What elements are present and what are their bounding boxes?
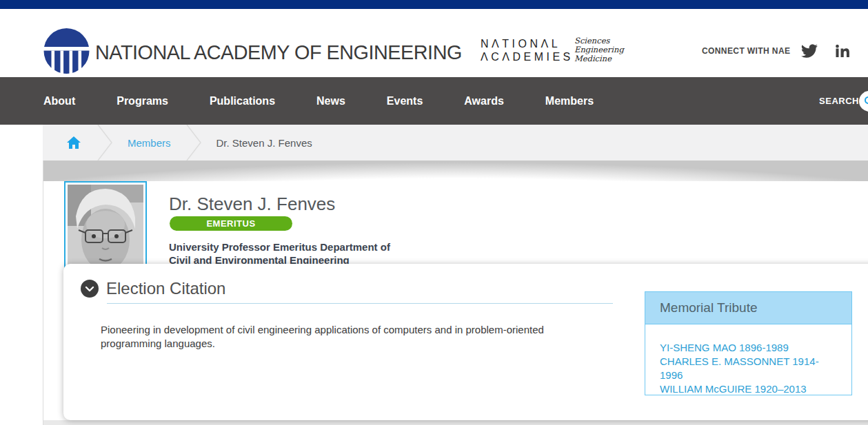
section-heading: Election Citation	[106, 279, 225, 298]
memorial-link[interactable]: CHARLES E. MASSONNET 1914-1996	[660, 355, 838, 382]
search-button[interactable]: SEARCH	[819, 77, 859, 125]
breadcrumb-separator-icon	[186, 125, 201, 160]
nae-logo-icon[interactable]	[43, 28, 90, 74]
memorial-link[interactable]: YI-SHENG MAO 1896-1989	[660, 341, 838, 355]
nav-item-events[interactable]: Events	[387, 95, 423, 107]
nae-wordmark[interactable]: NATIONAL ACADEMY OF ENGINEERING	[95, 41, 462, 64]
nav-item-awards[interactable]: Awards	[464, 95, 504, 107]
breadcrumb-current-page: Dr. Steven J. Fenves	[216, 137, 312, 149]
breadcrumb-members-link[interactable]: Members	[128, 137, 171, 149]
profile-job-title: University Professor Emeritus Department…	[169, 240, 410, 267]
home-icon[interactable]	[65, 134, 82, 151]
nav-item-news[interactable]: News	[316, 95, 345, 107]
academies-line2: ΛCΛDEMIES	[481, 50, 574, 63]
breadcrumb-separator-icon	[97, 125, 112, 160]
nav-item-publications[interactable]: Publications	[210, 95, 275, 107]
nav-item-programs[interactable]: Programs	[117, 95, 168, 107]
memorial-tribute-header: Memorial Tribute	[645, 292, 851, 324]
page-title: Dr. Steven J. Fenves	[169, 194, 335, 215]
collapse-section-button[interactable]	[81, 280, 99, 298]
status-badge: EMERITUS	[170, 216, 292, 231]
memorial-tribute-box: Memorial Tribute YI-SHENG MAO 1896-1989 …	[645, 291, 852, 395]
site-header: NATIONAL ACADEMY OF ENGINEERING NΛTIONΛL…	[0, 9, 868, 77]
memorial-tribute-title: Memorial Tribute	[660, 300, 758, 315]
academies-tagline: Sciences Engineering Medicine	[574, 37, 624, 63]
linkedin-icon[interactable]	[834, 43, 851, 59]
memorial-link[interactable]: WILLIAM McGUIRE 1920–2013	[660, 382, 838, 396]
page-edge-divider	[43, 160, 43, 425]
connect-with-nae-label: CONNECT WITH NAE	[702, 46, 790, 56]
chevron-down-icon	[81, 280, 99, 298]
national-academies-logo[interactable]: NΛTIONΛL ΛCΛDEMIES	[481, 37, 574, 63]
nav-item-members[interactable]: Members	[545, 95, 594, 107]
academies-line1: NΛTIONΛL	[481, 37, 574, 50]
main-nav: About Programs Publications News Events …	[0, 77, 868, 125]
top-accent-bar	[0, 0, 868, 9]
breadcrumb: Members Dr. Steven J. Fenves	[43, 125, 868, 160]
memorial-tribute-links: YI-SHENG MAO 1896-1989 CHARLES E. MASSON…	[645, 324, 851, 396]
content-card: Election Citation Pioneering in developm…	[63, 264, 868, 420]
page-curl-shadow	[43, 160, 868, 181]
twitter-icon[interactable]	[801, 43, 818, 59]
nav-item-about[interactable]: About	[43, 95, 75, 107]
election-citation-text: Pioneering in development of civil engin…	[101, 323, 556, 351]
page-footer-strip	[43, 420, 868, 425]
section-divider	[107, 303, 613, 304]
